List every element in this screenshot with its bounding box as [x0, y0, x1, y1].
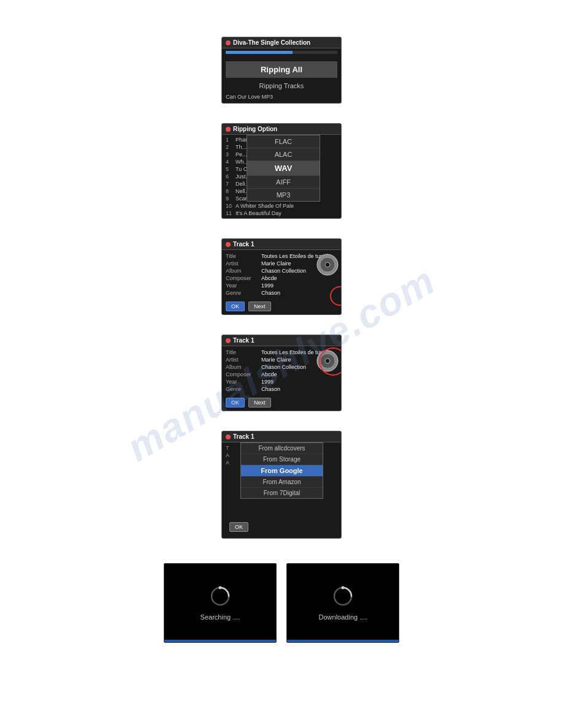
cover-source-overlay: From allcdcoversFrom StorageFrom GoogleF…	[240, 442, 323, 499]
panel4-title-bar: Track 1	[222, 335, 341, 346]
panel5-title: Track 1	[233, 433, 254, 440]
panel2-title: Ripping Option	[233, 126, 277, 132]
panel4-title: Track 1	[233, 337, 254, 344]
svg-point-11	[342, 586, 345, 590]
panel4-field-row: GenreChason	[226, 385, 337, 393]
panel3-field-row: Year1999	[226, 282, 337, 289]
format-item[interactable]: AIFF	[247, 176, 320, 189]
panel4-field-row: Year1999	[226, 378, 337, 385]
downloading-panel: Downloading ....	[286, 563, 399, 643]
panel-track-info-2: Track 1 TitleToutes Les Etoiles de tunis…	[221, 335, 342, 411]
panel1-row-partial	[226, 58, 337, 59]
panel2-track-row: 10A Whiter Shade Of Pale	[222, 202, 341, 210]
downloading-text: Downloading ....	[319, 613, 367, 621]
cover-source-item[interactable]: From allcdcovers	[241, 443, 323, 454]
searching-panel: Searching ....	[164, 563, 277, 643]
format-item[interactable]: MP3	[247, 189, 320, 201]
panel3-ok-button[interactable]: OK	[226, 301, 245, 311]
panel5-ok-area: OK	[222, 520, 341, 538]
panel4-dot	[226, 338, 231, 343]
panel1-ripping-all-label: Ripping All	[226, 61, 337, 78]
panel1-progress-bar	[226, 51, 337, 54]
svg-point-9	[219, 586, 222, 590]
panel5-dot	[226, 434, 231, 439]
panel3-field-row: GenreChason	[226, 289, 337, 297]
panel1-title: Diva-The Single Collection	[233, 39, 310, 46]
cover-source-item[interactable]: From 7Digital	[241, 488, 323, 498]
panel4-ok-button[interactable]: OK	[226, 398, 245, 408]
cover-source-item[interactable]: From Storage	[241, 454, 323, 465]
panel2-track-row: 11It's A Beautiful Day	[222, 210, 341, 217]
panel5-title-bar: Track 1	[222, 431, 341, 442]
cd-icon-2	[316, 350, 339, 372]
cover-source-item[interactable]: From Amazon	[241, 477, 323, 488]
panel1-footer: Can Our Love MP3	[222, 91, 341, 103]
panel2-dot	[226, 127, 231, 132]
svg-point-3	[326, 264, 329, 266]
panel4-info-table: TitleToutes Les Etoiles de tunisieArtist…	[222, 346, 341, 395]
panel-ripping-option: Ripping Option 1Phantom Of The Opera2Th.…	[221, 123, 342, 219]
format-overlay: FLACALACWAVAIFFMP3	[247, 135, 320, 202]
panel3-buttons: OK Next	[222, 299, 341, 314]
panel1-title-bar: Diva-The Single Collection	[222, 37, 341, 48]
downloading-spinner	[332, 585, 354, 607]
panel3-dot	[226, 242, 231, 247]
panel4-next-button[interactable]: Next	[248, 398, 271, 408]
panel4-buttons: OK Next	[222, 395, 341, 411]
svg-point-7	[326, 360, 329, 362]
panel1-progress-fill	[226, 51, 293, 54]
panel5-ok-button[interactable]: OK	[229, 522, 248, 532]
cover-source-item[interactable]: From Google	[241, 465, 323, 477]
panel-cover-source: Track 1 T A A From allcdcoversFrom Stora…	[221, 431, 342, 539]
format-item[interactable]: FLAC	[247, 135, 320, 148]
searching-spinner	[209, 585, 231, 607]
searching-bottom-bar	[164, 640, 276, 642]
panel-track-info-1: Track 1 TitleToutes Les Etoiles de tunis…	[221, 238, 342, 315]
bottom-panels: Searching .... Downloading ....	[164, 563, 399, 643]
searching-text: Searching ....	[201, 613, 240, 621]
cd-icon-1	[316, 254, 339, 276]
panel1-ripping-tracks-label: Ripping Tracks	[222, 80, 341, 91]
panel3-title-bar: Track 1	[222, 239, 341, 250]
format-item[interactable]: ALAC	[247, 148, 320, 161]
downloading-bottom-bar	[287, 640, 399, 642]
panel1-partial-rows	[222, 56, 341, 59]
panel1-dot	[226, 40, 231, 45]
panel2-title-bar: Ripping Option	[222, 124, 341, 135]
main-container: Diva-The Single Collection Ripping All R…	[0, 0, 563, 680]
panel3-title: Track 1	[233, 241, 254, 248]
panel-ripping-all: Diva-The Single Collection Ripping All R…	[221, 37, 342, 104]
format-item[interactable]: WAV	[247, 161, 320, 176]
panel3-next-button[interactable]: Next	[248, 301, 271, 311]
panel3-info-table: TitleToutes Les Etoiles de tunisieArtist…	[222, 250, 341, 299]
